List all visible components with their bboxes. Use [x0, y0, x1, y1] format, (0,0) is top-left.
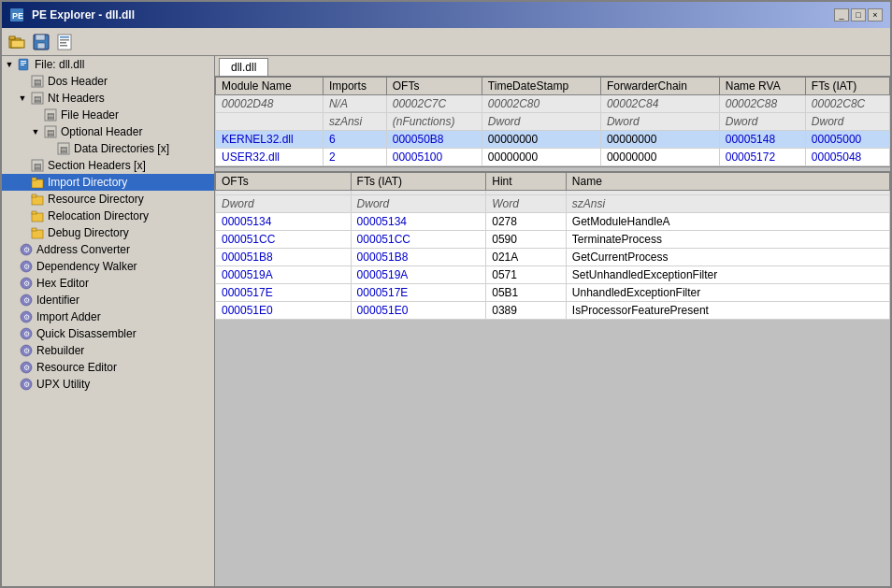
node-icon: ▤	[30, 74, 45, 89]
sidebar-item-resource-editor[interactable]: ⚙ Resource Editor	[2, 359, 214, 376]
sidebar-item-import-adder[interactable]: ⚙ Import Adder	[2, 308, 214, 325]
row-ofts-0: 000050B8	[386, 131, 482, 149]
br2-ofts: 000051B8	[216, 249, 352, 266]
type-fwdchain: Dword	[600, 113, 719, 131]
svg-text:▤: ▤	[34, 162, 42, 171]
sidebar-item-optional-header[interactable]: ▼ ▤ Optional Header	[2, 123, 214, 140]
sidebar-item-quick-disassembler[interactable]: ⚙ Quick Disassembler	[2, 325, 214, 342]
resource-folder-icon	[30, 192, 45, 207]
expander-icon-oh: ▼	[30, 127, 41, 136]
type-namerva: Dword	[719, 113, 805, 131]
sidebar-item-debug-directory[interactable]: Debug Directory	[2, 224, 214, 241]
type-imports: szAnsi	[323, 113, 386, 131]
sidebar-item-identifier[interactable]: ⚙ Identifier	[2, 292, 214, 308]
table-row[interactable]: 000051CC 000051CC 0590 TerminateProcess	[216, 231, 890, 249]
table-row[interactable]: 00005134 00005134 0278 GetModuleHandleA	[216, 213, 890, 231]
col-header-fwdchain: ForwarderChain	[600, 78, 719, 95]
col-b-hint: Hint	[486, 173, 567, 191]
sidebar-label-resource-directory: Resource Directory	[48, 193, 144, 206]
tab-dll[interactable]: dll.dll	[219, 58, 268, 76]
sidebar-label-address-converter: Address Converter	[36, 243, 130, 256]
row-time-1: 00000000	[482, 149, 600, 166]
br2-name: GetCurrentProcess	[566, 249, 889, 266]
table-row[interactable]: 0000517E 0000517E 05B1 UnhandledExceptio…	[216, 284, 890, 302]
sidebar-item-file-header[interactable]: ▤ File Header	[2, 107, 214, 123]
svg-rect-14	[21, 61, 26, 62]
table-row[interactable]: 000051E0 000051E0 0389 IsProcessorFeatur…	[216, 302, 890, 320]
sidebar-item-dos-header[interactable]: ▤ Dos Header	[2, 73, 214, 90]
oh-node-icon: ▤	[43, 124, 58, 139]
svg-rect-10	[60, 39, 69, 41]
sidebar-item-upx-utility[interactable]: ⚙ UPX Utility	[2, 376, 214, 393]
table-row[interactable]: 000051B8 000051B8 021A GetCurrentProcess	[216, 249, 890, 266]
sidebar-label-import-adder: Import Adder	[36, 310, 101, 323]
maximize-button[interactable]: □	[851, 8, 866, 22]
bt-name: szAnsi	[566, 195, 889, 213]
qd-tool-icon: ⚙	[19, 326, 34, 341]
sh-node-icon: ▤	[30, 158, 45, 173]
svg-text:⚙: ⚙	[23, 347, 30, 355]
br4-fts: 0000517E	[351, 284, 486, 302]
ia-tool-icon: ⚙	[19, 309, 34, 324]
svg-text:⚙: ⚙	[23, 296, 30, 305]
sidebar-item-nt-headers[interactable]: ▼ ▤ Nt Headers	[2, 90, 214, 107]
sidebar-item-data-dirs[interactable]: ▤ Data Directories [x]	[2, 140, 214, 157]
br3-name: SetUnhandledExceptionFilter	[566, 266, 889, 284]
window-controls: _ □ ×	[834, 8, 883, 22]
sidebar-item-section-headers[interactable]: ▤ Section Headers [x]	[2, 157, 214, 174]
sidebar-item-import-directory[interactable]: Import Directory	[2, 174, 214, 191]
svg-rect-9	[60, 36, 69, 38]
svg-rect-36	[32, 228, 36, 231]
table-row[interactable]: KERNEL32.dll 6 000050B8 00000000 0000000…	[216, 131, 890, 149]
sidebar-item-relocation-directory[interactable]: Relocation Directory	[2, 208, 214, 224]
type-fts: Dword	[805, 113, 889, 131]
bt-hint: Word	[486, 195, 567, 213]
sidebar-label-optional-header: Optional Header	[61, 125, 142, 138]
properties-button[interactable]	[54, 31, 77, 53]
rb-tool-icon: ⚙	[19, 343, 34, 358]
svg-rect-7	[37, 43, 45, 49]
table-row[interactable]: 0000519A 0000519A 0571 SetUnhandledExcep…	[216, 266, 890, 284]
minimize-button[interactable]: _	[834, 8, 849, 22]
sidebar-label-identifier: Identifier	[36, 294, 79, 307]
br1-name: TerminateProcess	[566, 231, 889, 249]
br3-hint: 0571	[486, 266, 567, 284]
open-button[interactable]	[6, 31, 28, 53]
hex-tool-icon: ⚙	[19, 276, 34, 291]
sidebar-item-resource-directory[interactable]: Resource Directory	[2, 191, 214, 208]
close-button[interactable]: ×	[868, 8, 883, 22]
addr-fts: 00002C8C	[805, 95, 889, 113]
col-b-fts: FTs (IAT)	[351, 173, 486, 191]
sidebar-item-file[interactable]: ▼ File: dll.dll	[2, 56, 214, 73]
col-b-name: Name	[566, 173, 889, 191]
br2-hint: 021A	[486, 249, 567, 266]
col-header-namerva: Name RVA	[719, 78, 805, 95]
main-area: ▼ File: dll.dll ▤ Dos Header ▼ ▤	[2, 56, 890, 586]
sidebar-item-address-converter[interactable]: ⚙ Address Converter	[2, 241, 214, 258]
svg-rect-6	[36, 35, 45, 40]
svg-text:▤: ▤	[34, 78, 42, 87]
save-button[interactable]	[30, 31, 52, 53]
svg-text:▤: ▤	[34, 94, 42, 104]
br0-name: GetModuleHandleA	[566, 213, 889, 231]
col-header-fts: FTs (IAT)	[805, 78, 889, 95]
re-tool-icon: ⚙	[19, 360, 34, 375]
bottom-type-row: Dword Dword Word szAnsi	[216, 195, 890, 213]
sidebar-label-upx-utility: UPX Utility	[36, 378, 90, 391]
sidebar-item-hex-editor[interactable]: ⚙ Hex Editor	[2, 275, 214, 292]
svg-rect-12	[60, 45, 67, 47]
sidebar-item-rebuilder[interactable]: ⚙ Rebuilder	[2, 342, 214, 359]
content-area: dll.dll Module Name Imports OFTs TimeDat…	[215, 56, 890, 586]
type-row: szAnsi (nFunctions) Dword Dword Dword Dw…	[216, 113, 890, 131]
svg-text:⚙: ⚙	[23, 313, 30, 322]
svg-text:⚙: ⚙	[23, 330, 30, 338]
main-window: PE PE Explorer - dll.dll _ □ ×	[0, 0, 892, 588]
svg-rect-35	[32, 230, 43, 238]
fh-node-icon: ▤	[43, 108, 58, 122]
type-time: Dword	[482, 113, 600, 131]
sidebar-item-dependency-walker[interactable]: ⚙ Dependency Walker	[2, 258, 214, 275]
table-row[interactable]: USER32.dll 2 00005100 00000000 00000000 …	[216, 149, 890, 166]
sidebar-label-resource-editor: Resource Editor	[36, 361, 117, 374]
br0-hint: 0278	[486, 213, 567, 231]
svg-text:▤: ▤	[47, 128, 55, 137]
